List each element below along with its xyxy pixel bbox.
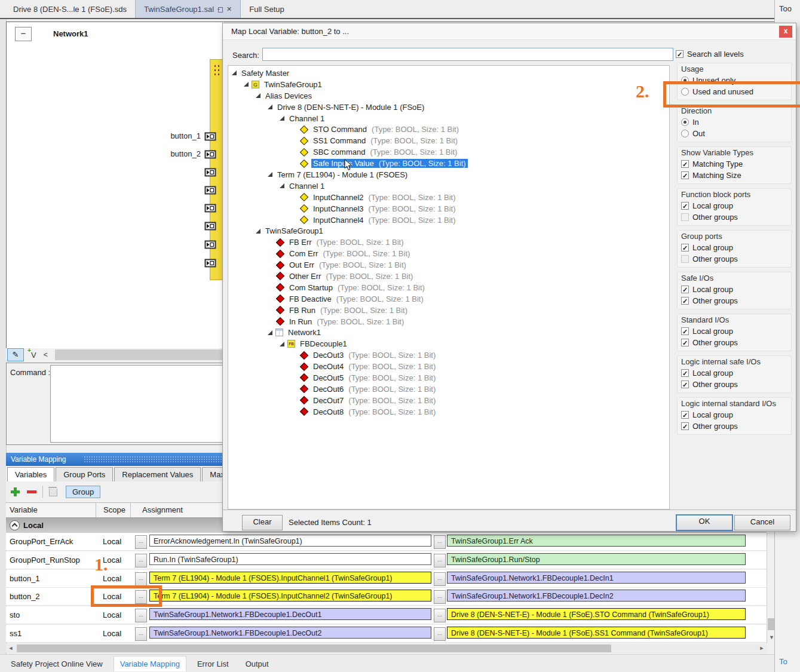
expander-icon[interactable]: [268, 172, 272, 177]
radio-unselected-icon[interactable]: [681, 130, 689, 137]
checkbox-checked-icon[interactable]: ✓: [681, 160, 689, 168]
tree-item-decout6[interactable]: DecOut6(Type: BOOL, Size: 1 Bit): [228, 383, 669, 395]
scroll-left-icon[interactable]: ◄: [6, 644, 16, 653]
table-row-groupport-errack[interactable]: GroupPort_ErrAckLocal...ErrorAcknowledge…: [6, 533, 767, 551]
assignment-browse-button[interactable]: ...: [434, 609, 446, 622]
assignment-browse-button[interactable]: ...: [135, 609, 147, 622]
assignment-cell[interactable]: Term 7 (EL1904) - Module 1 (FSOES).Input…: [149, 590, 431, 602]
expander-icon[interactable]: [268, 105, 272, 109]
checkbox-checked-icon[interactable]: ✓: [681, 297, 689, 305]
assignment-browse-button[interactable]: ...: [434, 627, 446, 641]
group-button[interactable]: Group: [66, 486, 100, 498]
pin-icon[interactable]: [217, 7, 223, 12]
tree-item-sbc-command[interactable]: SBC command(Type: BOOL, Size: 1 Bit): [228, 146, 669, 158]
input-connector-icon[interactable]: [204, 168, 216, 177]
collapse-group-icon[interactable]: [10, 520, 20, 530]
table-row-ss1[interactable]: ss1Local...TwinSafeGroup1.Network1.FBDec…: [6, 625, 767, 643]
assignment-browse-button[interactable]: ...: [434, 590, 446, 604]
option-local-group[interactable]: ✓Local group: [681, 243, 787, 252]
tree-item-decout7[interactable]: DecOut7(Type: BOOL, Size: 1 Bit): [228, 395, 669, 406]
tree-item-decout5[interactable]: DecOut5(Type: BOOL, Size: 1 Bit): [228, 372, 669, 383]
option-out[interactable]: Out: [681, 129, 787, 138]
add-icon[interactable]: [11, 487, 20, 496]
remove-icon[interactable]: [27, 490, 36, 493]
option-local-group[interactable]: ✓Local group: [681, 327, 787, 336]
table-row-sto[interactable]: stoLocal...TwinSafeGroup1.Network1.FBDec…: [6, 606, 767, 624]
tab-output[interactable]: Output: [240, 656, 275, 671]
option-other-groups[interactable]: ✓Other groups: [681, 296, 787, 305]
checkbox-checked-icon[interactable]: ✓: [681, 327, 689, 335]
option-local-group[interactable]: ✓Local group: [681, 201, 787, 210]
tab-variable-mapping[interactable]: Variable Mapping: [114, 656, 186, 671]
assignment-browse-button[interactable]: ...: [135, 554, 147, 567]
delete-icon[interactable]: [49, 489, 57, 496]
assignment-browse-button[interactable]: ...: [434, 535, 446, 549]
tab-replacement-values[interactable]: Replacement Values: [114, 467, 201, 481]
assignment-cell[interactable]: Drive 8 (DEN-S-NET-E) - Module 1 (FSoE).…: [447, 627, 746, 639]
expander-icon[interactable]: [268, 330, 272, 335]
checkbox-checked-icon[interactable]: ✓: [681, 381, 689, 388]
tree-item-alias-devices[interactable]: Alias Devices: [228, 90, 669, 102]
option-matching-size[interactable]: ✓Matching Size: [681, 171, 787, 180]
table-row-groupport-runstop[interactable]: GroupPort_RunStopLocal...Run.In (TwinSaf…: [6, 551, 767, 569]
back-arrow-icon[interactable]: <: [44, 351, 48, 359]
input-connector-icon[interactable]: [204, 259, 216, 268]
tree-item-safe-inputs-value[interactable]: Safe Inputs Value(Type: BOOL, Size: 1 Bi…: [228, 158, 669, 169]
expander-icon[interactable]: [232, 70, 237, 75]
assignment-cell[interactable]: Term 7 (EL1904) - Module 1 (FSOES).Input…: [149, 572, 431, 584]
tree-item-drive-8-den-s-net-e-module-1-fsoe[interactable]: Drive 8 (DEN-S-NET-E) - Module 1 (FSoE): [228, 102, 669, 113]
option-local-group[interactable]: ✓Local group: [681, 285, 787, 294]
option-local-group[interactable]: ✓Local group: [681, 369, 787, 378]
tree-item-term-7-el1904-module-1-fsoes[interactable]: Term 7 (EL1904) - Module 1 (FSOES): [228, 169, 669, 180]
assignment-cell[interactable]: TwinSafeGroup1.Network1.FBDecouple1.DecO…: [149, 627, 431, 639]
expander-icon[interactable]: [256, 93, 260, 98]
ok-button[interactable]: OK: [676, 514, 733, 531]
variable-tree[interactable]: Safety MasterGTwinSafeGroup1Alias Device…: [228, 65, 670, 510]
tab-twinsafegroup1-sal[interactable]: TwinSafeGroup1.sal ✕: [135, 0, 241, 18]
checkbox-checked-icon[interactable]: ✓: [681, 339, 689, 346]
radio-selected-icon[interactable]: [681, 118, 689, 126]
assignment-cell[interactable]: TwinSafeGroup1.Run/Stop: [447, 553, 746, 565]
tree-item-inputchannel2[interactable]: InputChannel2(Type: BOOL, Size: 1 Bit): [228, 192, 669, 203]
cancel-button[interactable]: Cancel: [734, 515, 790, 530]
tree-item-network1[interactable]: Network1: [228, 327, 669, 338]
tab-error-list[interactable]: Error List: [191, 656, 235, 671]
checkbox-checked-icon[interactable]: ✓: [681, 244, 689, 251]
tree-item-in-run[interactable]: In Run(Type: BOOL, Size: 1 Bit): [228, 316, 669, 327]
assignment-cell[interactable]: TwinSafeGroup1.Err Ack: [447, 535, 746, 547]
checkbox-checked-icon[interactable]: ✓: [681, 369, 689, 377]
tree-item-out-err[interactable]: Out Err(Type: BOOL, Size: 1 Bit): [228, 259, 669, 271]
tab-full-setup[interactable]: Full Setup: [241, 0, 293, 18]
assignment-browse-button[interactable]: ...: [434, 554, 446, 567]
network-collapse-button[interactable]: −: [15, 27, 32, 41]
tree-item-fb-deactive[interactable]: FB Deactive(Type: BOOL, Size: 1 Bit): [228, 293, 669, 305]
tree-item-fb-run[interactable]: FB Run(Type: BOOL, Size: 1 Bit): [228, 305, 669, 316]
clear-button[interactable]: Clear: [242, 515, 283, 530]
input-connector-icon[interactable]: [204, 204, 216, 213]
assignment-cell[interactable]: TwinSafeGroup1.Network1.FBDecouple1.DecO…: [149, 608, 431, 620]
option-other-groups[interactable]: ✓Other groups: [681, 254, 787, 263]
option-in[interactable]: In: [681, 118, 787, 127]
assignment-cell[interactable]: TwinSafeGroup1.Network1.FBDecouple1.DecI…: [447, 590, 746, 602]
tree-item-channel-1[interactable]: Channel 1: [228, 113, 669, 124]
option-other-groups[interactable]: ✓Other groups: [681, 380, 787, 389]
option-matching-type[interactable]: ✓Matching Type: [681, 159, 787, 168]
checkbox-checked-icon[interactable]: ✓: [681, 202, 689, 210]
scrollbar-thumb[interactable]: [17, 645, 611, 652]
assignment-cell[interactable]: Run.In (TwinSafeGroup1): [149, 553, 431, 565]
horizontal-scrollbar[interactable]: ◄ ►: [6, 644, 767, 653]
input-connector-icon[interactable]: [204, 186, 216, 195]
tree-item-inputchannel3[interactable]: InputChannel3(Type: BOOL, Size: 1 Bit): [228, 203, 669, 214]
input-connector-icon[interactable]: [204, 240, 216, 249]
checkbox-unchecked-icon[interactable]: ✓: [681, 255, 689, 263]
tree-item-twinsafegroup1[interactable]: TwinSafeGroup1: [228, 225, 669, 237]
tab-variables[interactable]: Variables: [7, 467, 54, 481]
tab-group-ports[interactable]: Group Ports: [56, 467, 113, 481]
tree-item-safety-master[interactable]: Safety Master: [228, 67, 669, 79]
tree-item-fb-err[interactable]: FB Err(Type: BOOL, Size: 1 Bit): [228, 237, 669, 248]
tree-item-channel-1[interactable]: Channel 1: [228, 180, 669, 192]
expander-icon[interactable]: [244, 82, 249, 87]
expander-icon[interactable]: [280, 116, 284, 121]
input-connector-icon[interactable]: [204, 222, 216, 231]
input-connector-icon[interactable]: [204, 150, 216, 159]
